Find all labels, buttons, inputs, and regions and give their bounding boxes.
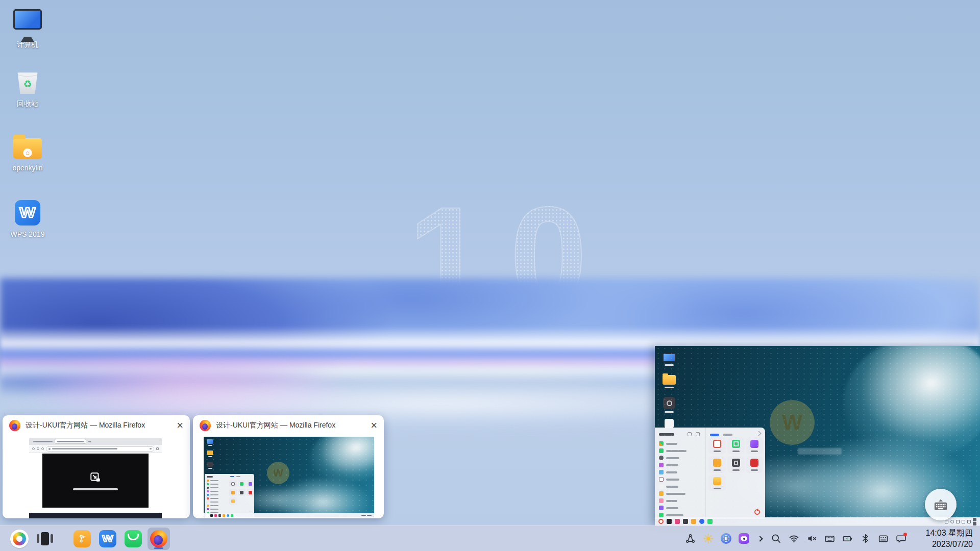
desktop-icon-wps[interactable]: W WPS 2019: [4, 200, 51, 238]
media-player-icon[interactable]: [721, 533, 731, 544]
input-tools-icon[interactable]: [685, 533, 696, 544]
bluetooth-icon[interactable]: [860, 533, 871, 544]
recycle-bin-icon: ♻: [16, 70, 39, 94]
desktop-icon-computer[interactable]: 计算机: [4, 9, 51, 49]
system-tray: 14:03 星期四 2023/07/20: [685, 528, 973, 549]
thumbnail-dock-strip: [29, 513, 162, 518]
taskbar-app-firefox-active[interactable]: [148, 528, 170, 550]
wifi-icon[interactable]: [789, 533, 799, 544]
keyboard-icon: [932, 496, 949, 513]
video-caption-blur: [73, 488, 118, 490]
desktop-icon-recycle-bin[interactable]: ♻ 回收站: [4, 70, 51, 109]
computer-monitor-icon: [13, 9, 42, 30]
preview-settings-icon: [662, 397, 677, 413]
search-icon[interactable]: [771, 533, 781, 544]
tray-expand-icon[interactable]: [756, 533, 764, 544]
magnifier-preview-window[interactable]: W: [655, 346, 980, 525]
firefox-window-preview-2[interactable]: 设计-UKUI官方网站 — Mozilla Firefox × W: [193, 415, 384, 518]
preview-watermark: W: [770, 400, 815, 445]
firefox-icon: [200, 420, 211, 431]
brightness-icon[interactable]: [703, 533, 714, 544]
preview-window-title: 设计-UKUI官方网站 — Mozilla Firefox: [216, 421, 371, 430]
clock-date: 2023/07/20: [916, 539, 973, 550]
keyboard-layout-icon[interactable]: [824, 533, 835, 544]
recycle-symbol: ♻: [16, 78, 39, 90]
mini-settings-icon: [207, 462, 213, 469]
close-icon[interactable]: ×: [371, 420, 377, 431]
preview-power-button: [754, 509, 760, 515]
preview-computer-icon: [662, 353, 677, 366]
notification-center-icon[interactable]: [896, 533, 906, 544]
mini-computer-icon: [207, 439, 213, 446]
clock-time: 14:03 星期四: [916, 528, 973, 539]
clock[interactable]: 14:03 星期四 2023/07/20: [916, 528, 973, 549]
preview-watermark-text-blur: [798, 448, 842, 455]
wps-icon: W: [15, 200, 40, 226]
start-menu-button[interactable]: [10, 530, 29, 548]
desktop-icon-label: 回收站: [17, 99, 38, 108]
virtual-keyboard-icon[interactable]: [878, 533, 889, 544]
power-saving-icon[interactable]: [842, 533, 853, 544]
home-icon: ⌂: [23, 148, 32, 157]
close-icon[interactable]: ×: [177, 420, 183, 431]
virtual-keyboard-fab[interactable]: [925, 489, 957, 520]
preview-folder-icon: [662, 375, 677, 388]
taskbar-app-software-store[interactable]: [125, 530, 142, 547]
taskbar: W: [0, 525, 980, 551]
taskbar-app-orange-branch[interactable]: [74, 530, 91, 547]
browser-url-bar: [46, 446, 154, 452]
browser-tab-bar: [29, 438, 162, 445]
firefox-icon: [9, 420, 20, 431]
mini-watermark: W: [267, 462, 289, 484]
preview-browser-thumbnail: [29, 438, 162, 508]
preview-app-grid: [706, 428, 765, 519]
preview-clock-blur: [973, 518, 976, 525]
preview-app-list: [655, 428, 706, 519]
screen-recorder-icon[interactable]: [739, 533, 749, 544]
preview-expand-icon: [756, 431, 762, 436]
mini-folder-icon: [207, 450, 213, 457]
taskbar-app-wps[interactable]: W: [99, 530, 116, 547]
browser-nav-bar: [29, 445, 162, 453]
preview-window-title: 设计-UKUI官方网站 — Mozilla Firefox: [26, 421, 177, 430]
volume-muted-icon[interactable]: [806, 533, 817, 544]
branch-arrow-icon: [78, 534, 87, 543]
preview-partial-icon: [662, 419, 677, 428]
desktop-icon-label: openkylin: [12, 164, 42, 172]
preview-taskbar: [655, 517, 980, 525]
desktop: 1.0 计算机 ♻ 回收站 ⌂ openkylin W WPS 2019: [0, 0, 980, 551]
notification-badge: [903, 533, 907, 536]
video-player-area: [42, 454, 149, 508]
video-unavailable-icon: [89, 471, 102, 484]
mini-start-menu: [205, 474, 254, 517]
mini-taskbar: [204, 513, 374, 517]
mini-power-button: [250, 513, 252, 515]
multitask-view-button[interactable]: [37, 531, 53, 547]
firefox-window-preview-1[interactable]: 设计-UKUI官方网站 — Mozilla Firefox ×: [3, 415, 190, 518]
firefox-icon: [150, 530, 167, 547]
preview-start-menu: [655, 428, 765, 519]
desktop-icon-label: WPS 2019: [11, 230, 45, 238]
preview-desktop-thumbnail: W: [204, 437, 374, 517]
folder-icon: ⌂: [13, 138, 42, 159]
desktop-icon-openkylin-folder[interactable]: ⌂ openkylin: [4, 135, 51, 172]
